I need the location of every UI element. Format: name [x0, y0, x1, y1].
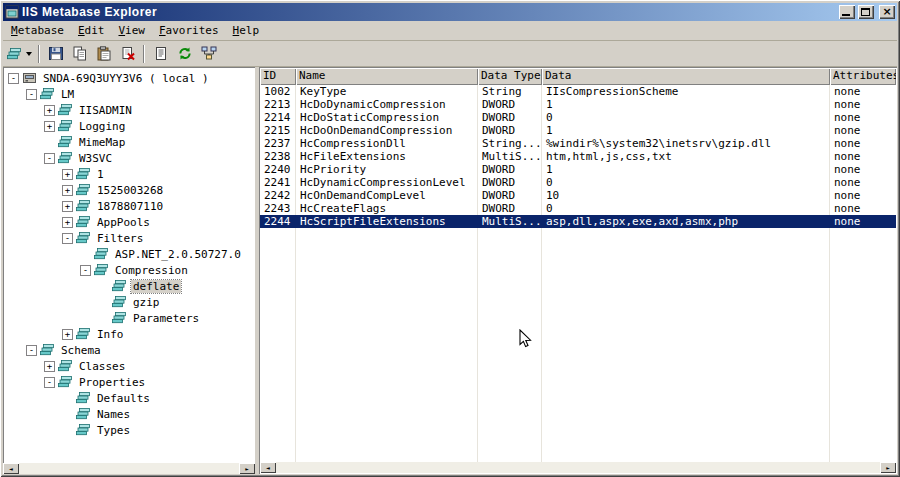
- table-row[interactable]: 2240HcPriorityDWORD1none: [260, 163, 896, 176]
- tree-node-properties[interactable]: -Properties: [4, 374, 255, 390]
- tree-node-mimemap[interactable]: MimeMap: [4, 134, 255, 150]
- scroll-right-icon[interactable]: ►: [239, 463, 255, 474]
- list-scrollbar-track[interactable]: [276, 462, 880, 473]
- expand-plus-icon[interactable]: +: [62, 201, 73, 212]
- tree-node-1525003268[interactable]: +1525003268: [4, 182, 255, 198]
- collapse-minus-icon[interactable]: -: [62, 233, 73, 244]
- cell-id: 2215: [260, 124, 296, 137]
- key-icon: [76, 183, 92, 197]
- collapse-minus-icon[interactable]: -: [80, 265, 91, 276]
- paste-button[interactable]: [92, 43, 115, 65]
- connect-button[interactable]: [197, 43, 220, 65]
- menu-favorites[interactable]: Favorites: [152, 22, 226, 39]
- scroll-right-icon[interactable]: ►: [880, 462, 896, 473]
- tree-horizontal-scrollbar[interactable]: ◄ ►: [3, 463, 255, 474]
- expand-plus-icon[interactable]: +: [62, 185, 73, 196]
- collapse-minus-icon[interactable]: -: [8, 73, 19, 84]
- tree-node-snda-69q3uyy3v6-local[interactable]: -SNDA-69Q3UYY3V6 ( local ): [4, 70, 255, 86]
- tree-node-parameters[interactable]: Parameters: [4, 310, 255, 326]
- tree-node-classes[interactable]: +Classes: [4, 358, 255, 374]
- tree-node-deflate[interactable]: deflate: [4, 278, 255, 294]
- tree-node-1878807110[interactable]: +1878807110: [4, 198, 255, 214]
- computer-icon: [22, 71, 38, 85]
- key-icon: [112, 279, 128, 293]
- tree-node-types[interactable]: Types: [4, 422, 255, 438]
- table-row[interactable]: 2215HcDoOnDemandCompressionDWORD1none: [260, 124, 896, 137]
- new-record-button[interactable]: [6, 43, 34, 65]
- menu-metabase[interactable]: Metabase: [4, 22, 71, 39]
- scroll-left-icon[interactable]: ◄: [3, 463, 19, 474]
- collapse-minus-icon[interactable]: -: [44, 377, 55, 388]
- cell-name: HcDoDynamicCompression: [296, 98, 478, 111]
- expand-plus-icon[interactable]: +: [62, 217, 73, 228]
- tree-node-schema[interactable]: -Schema: [4, 342, 255, 358]
- column-header-attributes[interactable]: Attributes: [830, 68, 896, 85]
- table-row[interactable]: 1002KeyTypeStringIIsCompressionSchemenon…: [260, 85, 896, 98]
- tree-node-compression[interactable]: -Compression: [4, 262, 255, 278]
- key-icon: [58, 103, 74, 117]
- table-row[interactable]: 2243HcCreateFlagsDWORD0none: [260, 202, 896, 215]
- refresh-button[interactable]: [173, 43, 196, 65]
- collapse-minus-icon[interactable]: -: [26, 345, 37, 356]
- table-row[interactable]: 2238HcFileExtensionsMultiS...htm,html,js…: [260, 150, 896, 163]
- tree-node-apppools[interactable]: +AppPools: [4, 214, 255, 230]
- column-header-data-type[interactable]: Data Type: [478, 68, 542, 85]
- close-button[interactable]: ×: [879, 5, 895, 19]
- menu-view[interactable]: View: [111, 22, 152, 39]
- tree-node-defaults[interactable]: Defaults: [4, 390, 255, 406]
- list-horizontal-scrollbar[interactable]: ◄ ►: [260, 462, 896, 473]
- dropdown-arrow-icon[interactable]: [23, 43, 34, 65]
- expand-plus-icon[interactable]: +: [62, 329, 73, 340]
- tree-node-gzip[interactable]: gzip: [4, 294, 255, 310]
- tree-node-asp-net-2-0-50727-0[interactable]: ASP.NET_2.0.50727.0: [4, 246, 255, 262]
- expand-plus-icon[interactable]: +: [62, 169, 73, 180]
- key-icon: [76, 407, 92, 421]
- scroll-left-icon[interactable]: ◄: [260, 462, 276, 473]
- minimize-button[interactable]: [839, 5, 855, 19]
- table-row[interactable]: 2237HcCompressionDllString...%windir%\sy…: [260, 137, 896, 150]
- tree-node-lm[interactable]: -LM: [4, 86, 255, 102]
- key-icon: [76, 327, 92, 341]
- table-row[interactable]: 2241HcDynamicCompressionLevelDWORD0none: [260, 176, 896, 189]
- table-row[interactable]: 2244HcScriptFileExtensionsMultiS...asp,d…: [260, 215, 896, 228]
- maximize-button[interactable]: [858, 5, 874, 19]
- tree-node-info[interactable]: +Info: [4, 326, 255, 342]
- tree-node-logging[interactable]: +Logging: [4, 118, 255, 134]
- cell-id: 2238: [260, 150, 296, 163]
- tree-node-w3svc[interactable]: -W3SVC: [4, 150, 255, 166]
- tree-node-filters[interactable]: -Filters: [4, 230, 255, 246]
- collapse-minus-icon[interactable]: -: [44, 153, 55, 164]
- column-header-id[interactable]: ID: [260, 68, 296, 85]
- menu-help[interactable]: Help: [226, 22, 267, 39]
- menu-edit[interactable]: Edit: [71, 22, 112, 39]
- properties-button[interactable]: [149, 43, 172, 65]
- delete-button[interactable]: [116, 43, 139, 65]
- cell-attributes: none: [830, 163, 896, 176]
- copy-button[interactable]: [68, 43, 91, 65]
- copy-icon: [71, 46, 88, 62]
- tree-node-names[interactable]: Names: [4, 406, 255, 422]
- tree-node-label: Types: [95, 424, 132, 437]
- cell-name: HcDoStaticCompression: [296, 111, 478, 124]
- key-icon: [40, 343, 56, 357]
- table-row[interactable]: 2242HcOnDemandCompLevelDWORD10none: [260, 189, 896, 202]
- cell-attributes: none: [830, 189, 896, 202]
- list-pane: IDNameData TypeDataAttributes 1002KeyTyp…: [259, 67, 897, 474]
- cell-data-type: String...: [478, 137, 542, 150]
- table-row[interactable]: 2213HcDoDynamicCompressionDWORD1none: [260, 98, 896, 111]
- expand-plus-icon[interactable]: +: [44, 121, 55, 132]
- expand-plus-icon[interactable]: +: [44, 361, 55, 372]
- cell-name: HcDoOnDemandCompression: [296, 124, 478, 137]
- tree-node-iisadmin[interactable]: +IISADMIN: [4, 102, 255, 118]
- tree-node-1[interactable]: +1: [4, 166, 255, 182]
- cell-data-type: DWORD: [478, 176, 542, 189]
- column-header-name[interactable]: Name: [296, 68, 478, 85]
- cell-data-type: DWORD: [478, 111, 542, 124]
- expand-plus-icon[interactable]: +: [44, 105, 55, 116]
- collapse-minus-icon[interactable]: -: [26, 89, 37, 100]
- title-bar[interactable]: IIS Metabase Explorer ×: [3, 3, 897, 21]
- tree-scrollbar-track[interactable]: [19, 463, 239, 474]
- save-button[interactable]: [44, 43, 67, 65]
- column-header-data[interactable]: Data: [542, 68, 830, 85]
- table-row[interactable]: 2214HcDoStaticCompressionDWORD0none: [260, 111, 896, 124]
